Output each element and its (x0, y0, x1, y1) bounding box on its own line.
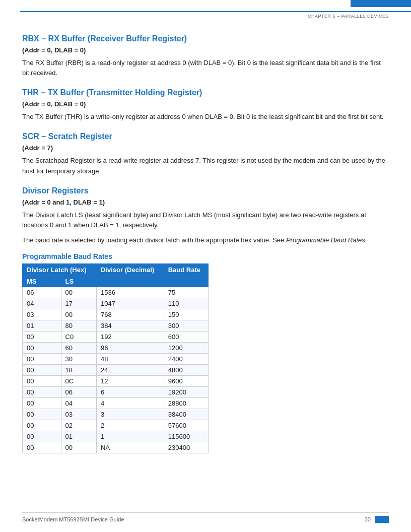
header-line (20, 11, 411, 12)
table-cell: 1047 (97, 298, 164, 309)
table-cell: 768 (97, 309, 164, 320)
th-divisor-latch: Divisor Latch (Hex) (23, 264, 97, 276)
table-cell: 00 (61, 287, 97, 298)
thr-subheading: (Addr = 0, DLAB = 0) (22, 100, 389, 108)
table-cell: 17 (61, 298, 97, 309)
table-cell: 6 (97, 387, 164, 398)
table-cell: 02 (61, 420, 97, 431)
table-cell: 00 (23, 431, 61, 442)
section-rbx: RBX – RX Buffer (Receiver Buffer Registe… (22, 34, 389, 78)
table-cell: 96 (97, 343, 164, 354)
th-ls: LS (61, 276, 97, 287)
table-cell: C0 (61, 331, 97, 343)
table-cell: 3 (97, 409, 164, 420)
table-cell: 01 (61, 431, 97, 442)
table-cell: 00 (23, 387, 61, 398)
table-cell: 0C (61, 376, 97, 387)
page-number: 30 (365, 516, 371, 522)
footer-left-text: SocketModem MT5692SMI Device Guide (22, 516, 124, 522)
table-cell: 00 (23, 442, 61, 453)
divisor-subheading: (Addr = 0 and 1, DLAB = 1) (22, 198, 389, 206)
table-cell: 00 (23, 354, 61, 365)
divisor-body2: The baud rate is selected by loading eac… (22, 235, 389, 245)
table-row: 0002257600 (23, 420, 209, 431)
table-cell: 00 (23, 343, 61, 354)
section-divisor: Divisor Registers (Addr = 0 and 1, DLAB … (22, 186, 389, 245)
table-cell: 80 (61, 320, 97, 331)
page-content: RBX – RX Buffer (Receiver Buffer Registe… (0, 0, 411, 491)
table-cell: 600 (164, 331, 208, 343)
table-cell: 57600 (164, 420, 208, 431)
footer-accent-bar (375, 516, 389, 523)
chapter-heading: CHAPTER 5 – PARALLEL DEVICES (308, 14, 389, 19)
table-cell: 1200 (164, 343, 208, 354)
table-cell: 28800 (164, 398, 208, 409)
table-cell: 30 (61, 354, 97, 365)
table-cell: 2400 (164, 354, 208, 365)
table-cell: 75 (164, 287, 208, 298)
table-cell: 03 (23, 309, 61, 320)
table-cell: 115600 (164, 431, 208, 442)
table-row: 0030482400 (23, 354, 209, 365)
table-row: 0004428800 (23, 398, 209, 409)
table-cell: 38400 (164, 409, 208, 420)
scr-body: The Scratchpad Register is a read-write … (22, 156, 389, 176)
table-cell: 4800 (164, 365, 208, 376)
table-cell: 230400 (164, 442, 208, 453)
th-baud-rate: Baud Rate (164, 264, 208, 276)
table-cell: 00 (61, 442, 97, 453)
table-cell: 00 (23, 365, 61, 376)
table-row: 0600153675 (23, 287, 209, 298)
footer-right: 30 (365, 516, 389, 523)
baud-rate-table: Divisor Latch (Hex) Divisor (Decimal) Ba… (22, 263, 209, 453)
table-cell: 18 (61, 365, 97, 376)
th-ms: MS (23, 276, 61, 287)
table-row: 00011115600 (23, 431, 209, 442)
th-divisor-decimal: Divisor (Decimal) (97, 264, 164, 276)
table-cell: 300 (164, 320, 208, 331)
table-row: 0018244800 (23, 365, 209, 376)
table-body: 0600153675041710471100300768150018038430… (23, 287, 209, 453)
table-row: 0000NA230400 (23, 442, 209, 453)
table-cell: 01 (23, 320, 61, 331)
table-row: 0060961200 (23, 343, 209, 354)
scr-title: SCR – Scratch Register (22, 132, 389, 141)
table-cell: 4 (97, 398, 164, 409)
table-header-row2: MS LS (23, 276, 209, 287)
table-cell: 384 (97, 320, 164, 331)
table-cell: NA (97, 442, 164, 453)
table-cell: 60 (61, 343, 97, 354)
table-row: 0180384300 (23, 320, 209, 331)
table-cell: 00 (23, 376, 61, 387)
table-cell: 19200 (164, 387, 208, 398)
thr-body: The TX Buffer (THR) is a write-only regi… (22, 112, 389, 122)
divisor-title: Divisor Registers (22, 186, 389, 195)
table-cell: 04 (61, 398, 97, 409)
scr-subheading: (Addr = 7) (22, 144, 389, 152)
table-title: Programmable Baud Rates (22, 252, 389, 260)
section-table: Programmable Baud Rates Divisor Latch (H… (22, 252, 389, 453)
table-cell: 110 (164, 298, 208, 309)
section-thr: THR – TX Buffer (Transmitter Holding Reg… (22, 88, 389, 122)
table-cell: 2 (97, 420, 164, 431)
table-row: 0006619200 (23, 387, 209, 398)
table-cell: 00 (61, 309, 97, 320)
table-cell: 150 (164, 309, 208, 320)
table-cell: 04 (23, 298, 61, 309)
table-cell: 12 (97, 376, 164, 387)
table-cell: 1 (97, 431, 164, 442)
section-scr: SCR – Scratch Register (Addr = 7) The Sc… (22, 132, 389, 176)
table-row: 04171047110 (23, 298, 209, 309)
rbx-title: RBX – RX Buffer (Receiver Buffer Registe… (22, 34, 389, 43)
table-cell: 00 (23, 398, 61, 409)
table-cell: 24 (97, 365, 164, 376)
th-empty1 (97, 276, 164, 287)
table-row: 0003338400 (23, 409, 209, 420)
table-cell: 9600 (164, 376, 208, 387)
rbx-body: The RX Buffer (RBR) is a read-only regis… (22, 58, 389, 78)
table-cell: 48 (97, 354, 164, 365)
thr-title: THR – TX Buffer (Transmitter Holding Reg… (22, 88, 389, 97)
table-cell: 06 (61, 387, 97, 398)
table-row: 000C129600 (23, 376, 209, 387)
th-empty2 (164, 276, 208, 287)
